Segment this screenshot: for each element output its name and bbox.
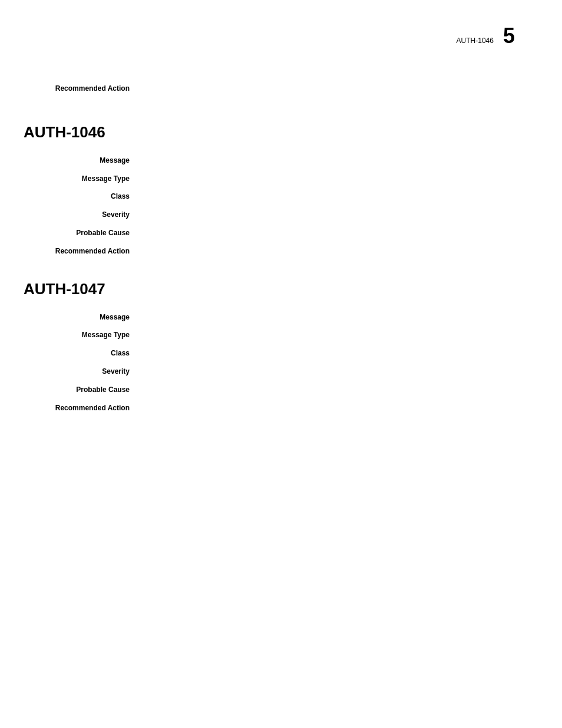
top-recommended-action-section: Recommended Action (24, 84, 538, 94)
field-label-auth-1046-0: Message (24, 156, 141, 166)
field-label-auth-1046-5: Recommended Action (24, 246, 141, 256)
field-row-auth-1047-1: Message Type (24, 330, 538, 340)
sections-container: AUTH-1046MessageMessage TypeClassSeverit… (24, 123, 538, 413)
header-code: AUTH-1046 (457, 37, 494, 45)
field-row-auth-1047-4: Probable Cause (24, 385, 538, 395)
field-label-auth-1047-4: Probable Cause (24, 385, 141, 395)
field-label-auth-1046-1: Message Type (24, 174, 141, 184)
section-auth-1046: AUTH-1046MessageMessage TypeClassSeverit… (24, 123, 538, 256)
field-label-auth-1047-1: Message Type (24, 330, 141, 340)
field-row-auth-1046-0: Message (24, 156, 538, 166)
field-label-auth-1046-4: Probable Cause (24, 228, 141, 238)
field-row-auth-1047-3: Severity (24, 367, 538, 377)
section-auth-1047: AUTH-1047MessageMessage TypeClassSeverit… (24, 280, 538, 413)
page-header: AUTH-1046 5 (24, 24, 538, 48)
section-title-auth-1046: AUTH-1046 (24, 123, 538, 141)
top-recommended-action-row: Recommended Action (24, 84, 538, 94)
header-page-number: 5 (503, 24, 515, 48)
field-row-auth-1046-4: Probable Cause (24, 228, 538, 238)
field-row-auth-1046-2: Class (24, 192, 538, 202)
field-label-auth-1047-3: Severity (24, 367, 141, 377)
page-container: AUTH-1046 5 Recommended Action AUTH-1046… (0, 0, 562, 460)
field-row-auth-1046-5: Recommended Action (24, 246, 538, 256)
top-recommended-action-label: Recommended Action (24, 84, 141, 94)
field-label-auth-1047-2: Class (24, 348, 141, 358)
field-label-auth-1047-0: Message (24, 312, 141, 322)
field-row-auth-1047-0: Message (24, 312, 538, 322)
field-row-auth-1046-1: Message Type (24, 174, 538, 184)
section-title-auth-1047: AUTH-1047 (24, 280, 538, 298)
field-row-auth-1046-3: Severity (24, 210, 538, 220)
field-label-auth-1046-2: Class (24, 192, 141, 202)
field-row-auth-1047-2: Class (24, 348, 538, 358)
field-label-auth-1047-5: Recommended Action (24, 403, 141, 413)
field-label-auth-1046-3: Severity (24, 210, 141, 220)
field-row-auth-1047-5: Recommended Action (24, 403, 538, 413)
